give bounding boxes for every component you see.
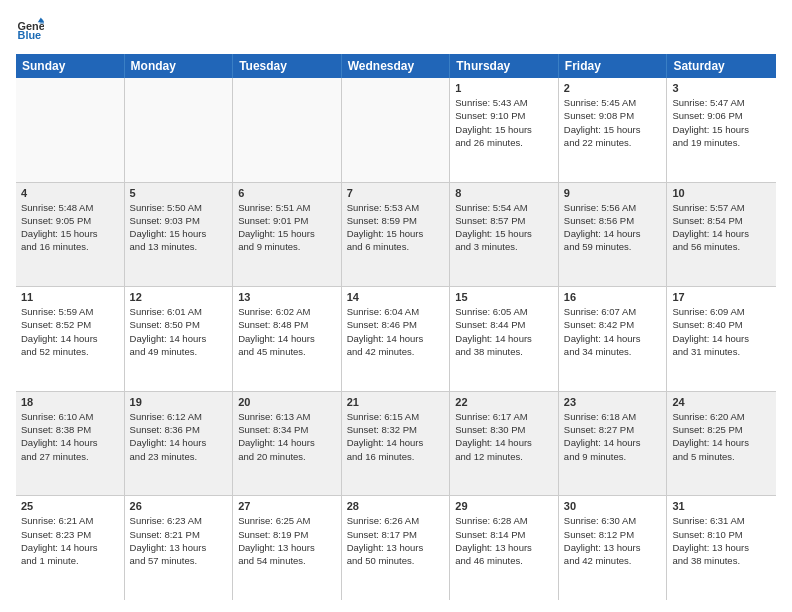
day-number: 3 bbox=[672, 82, 771, 94]
day-number: 8 bbox=[455, 187, 553, 199]
cal-day-empty bbox=[342, 78, 451, 182]
cal-day-9: 9Sunrise: 5:56 AM Sunset: 8:56 PM Daylig… bbox=[559, 183, 668, 287]
day-number: 1 bbox=[455, 82, 553, 94]
day-info: Sunrise: 5:56 AM Sunset: 8:56 PM Dayligh… bbox=[564, 201, 662, 254]
cal-day-26: 26Sunrise: 6:23 AM Sunset: 8:21 PM Dayli… bbox=[125, 496, 234, 600]
day-info: Sunrise: 5:45 AM Sunset: 9:08 PM Dayligh… bbox=[564, 96, 662, 149]
svg-text:Blue: Blue bbox=[18, 29, 42, 41]
cal-day-empty bbox=[125, 78, 234, 182]
cal-day-2: 2Sunrise: 5:45 AM Sunset: 9:08 PM Daylig… bbox=[559, 78, 668, 182]
cal-day-13: 13Sunrise: 6:02 AM Sunset: 8:48 PM Dayli… bbox=[233, 287, 342, 391]
day-info: Sunrise: 5:50 AM Sunset: 9:03 PM Dayligh… bbox=[130, 201, 228, 254]
day-number: 10 bbox=[672, 187, 771, 199]
day-info: Sunrise: 5:57 AM Sunset: 8:54 PM Dayligh… bbox=[672, 201, 771, 254]
cal-day-11: 11Sunrise: 5:59 AM Sunset: 8:52 PM Dayli… bbox=[16, 287, 125, 391]
day-info: Sunrise: 5:51 AM Sunset: 9:01 PM Dayligh… bbox=[238, 201, 336, 254]
cal-day-25: 25Sunrise: 6:21 AM Sunset: 8:23 PM Dayli… bbox=[16, 496, 125, 600]
cal-day-3: 3Sunrise: 5:47 AM Sunset: 9:06 PM Daylig… bbox=[667, 78, 776, 182]
day-number: 30 bbox=[564, 500, 662, 512]
day-info: Sunrise: 5:53 AM Sunset: 8:59 PM Dayligh… bbox=[347, 201, 445, 254]
day-info: Sunrise: 6:26 AM Sunset: 8:17 PM Dayligh… bbox=[347, 514, 445, 567]
cal-day-10: 10Sunrise: 5:57 AM Sunset: 8:54 PM Dayli… bbox=[667, 183, 776, 287]
day-number: 29 bbox=[455, 500, 553, 512]
cal-day-4: 4Sunrise: 5:48 AM Sunset: 9:05 PM Daylig… bbox=[16, 183, 125, 287]
cal-day-20: 20Sunrise: 6:13 AM Sunset: 8:34 PM Dayli… bbox=[233, 392, 342, 496]
day-info: Sunrise: 6:17 AM Sunset: 8:30 PM Dayligh… bbox=[455, 410, 553, 463]
day-number: 15 bbox=[455, 291, 553, 303]
day-number: 4 bbox=[21, 187, 119, 199]
cal-week-3: 18Sunrise: 6:10 AM Sunset: 8:38 PM Dayli… bbox=[16, 392, 776, 497]
day-info: Sunrise: 6:28 AM Sunset: 8:14 PM Dayligh… bbox=[455, 514, 553, 567]
cal-day-15: 15Sunrise: 6:05 AM Sunset: 8:44 PM Dayli… bbox=[450, 287, 559, 391]
cal-day-27: 27Sunrise: 6:25 AM Sunset: 8:19 PM Dayli… bbox=[233, 496, 342, 600]
day-info: Sunrise: 6:21 AM Sunset: 8:23 PM Dayligh… bbox=[21, 514, 119, 567]
day-number: 23 bbox=[564, 396, 662, 408]
day-number: 19 bbox=[130, 396, 228, 408]
day-number: 11 bbox=[21, 291, 119, 303]
day-info: Sunrise: 6:15 AM Sunset: 8:32 PM Dayligh… bbox=[347, 410, 445, 463]
day-info: Sunrise: 6:25 AM Sunset: 8:19 PM Dayligh… bbox=[238, 514, 336, 567]
day-number: 20 bbox=[238, 396, 336, 408]
day-info: Sunrise: 6:30 AM Sunset: 8:12 PM Dayligh… bbox=[564, 514, 662, 567]
day-number: 24 bbox=[672, 396, 771, 408]
cal-header-cell-monday: Monday bbox=[125, 54, 234, 78]
day-info: Sunrise: 5:43 AM Sunset: 9:10 PM Dayligh… bbox=[455, 96, 553, 149]
cal-day-28: 28Sunrise: 6:26 AM Sunset: 8:17 PM Dayli… bbox=[342, 496, 451, 600]
cal-header-cell-friday: Friday bbox=[559, 54, 668, 78]
day-info: Sunrise: 5:54 AM Sunset: 8:57 PM Dayligh… bbox=[455, 201, 553, 254]
cal-header-cell-tuesday: Tuesday bbox=[233, 54, 342, 78]
day-info: Sunrise: 6:02 AM Sunset: 8:48 PM Dayligh… bbox=[238, 305, 336, 358]
page: General Blue SundayMondayTuesdayWednesda… bbox=[0, 0, 792, 612]
cal-day-22: 22Sunrise: 6:17 AM Sunset: 8:30 PM Dayli… bbox=[450, 392, 559, 496]
day-info: Sunrise: 6:01 AM Sunset: 8:50 PM Dayligh… bbox=[130, 305, 228, 358]
day-info: Sunrise: 6:07 AM Sunset: 8:42 PM Dayligh… bbox=[564, 305, 662, 358]
cal-day-7: 7Sunrise: 5:53 AM Sunset: 8:59 PM Daylig… bbox=[342, 183, 451, 287]
day-info: Sunrise: 6:05 AM Sunset: 8:44 PM Dayligh… bbox=[455, 305, 553, 358]
day-number: 25 bbox=[21, 500, 119, 512]
cal-day-24: 24Sunrise: 6:20 AM Sunset: 8:25 PM Dayli… bbox=[667, 392, 776, 496]
day-number: 21 bbox=[347, 396, 445, 408]
day-number: 16 bbox=[564, 291, 662, 303]
cal-day-18: 18Sunrise: 6:10 AM Sunset: 8:38 PM Dayli… bbox=[16, 392, 125, 496]
day-number: 22 bbox=[455, 396, 553, 408]
cal-header-cell-saturday: Saturday bbox=[667, 54, 776, 78]
day-info: Sunrise: 6:04 AM Sunset: 8:46 PM Dayligh… bbox=[347, 305, 445, 358]
cal-header-cell-wednesday: Wednesday bbox=[342, 54, 451, 78]
cal-day-6: 6Sunrise: 5:51 AM Sunset: 9:01 PM Daylig… bbox=[233, 183, 342, 287]
cal-day-empty bbox=[16, 78, 125, 182]
cal-week-0: 1Sunrise: 5:43 AM Sunset: 9:10 PM Daylig… bbox=[16, 78, 776, 183]
cal-week-4: 25Sunrise: 6:21 AM Sunset: 8:23 PM Dayli… bbox=[16, 496, 776, 600]
day-info: Sunrise: 6:12 AM Sunset: 8:36 PM Dayligh… bbox=[130, 410, 228, 463]
day-info: Sunrise: 5:48 AM Sunset: 9:05 PM Dayligh… bbox=[21, 201, 119, 254]
day-info: Sunrise: 6:23 AM Sunset: 8:21 PM Dayligh… bbox=[130, 514, 228, 567]
cal-header-cell-sunday: Sunday bbox=[16, 54, 125, 78]
cal-day-12: 12Sunrise: 6:01 AM Sunset: 8:50 PM Dayli… bbox=[125, 287, 234, 391]
day-number: 31 bbox=[672, 500, 771, 512]
day-info: Sunrise: 6:10 AM Sunset: 8:38 PM Dayligh… bbox=[21, 410, 119, 463]
day-number: 17 bbox=[672, 291, 771, 303]
day-info: Sunrise: 6:20 AM Sunset: 8:25 PM Dayligh… bbox=[672, 410, 771, 463]
day-info: Sunrise: 6:31 AM Sunset: 8:10 PM Dayligh… bbox=[672, 514, 771, 567]
day-info: Sunrise: 6:13 AM Sunset: 8:34 PM Dayligh… bbox=[238, 410, 336, 463]
cal-week-1: 4Sunrise: 5:48 AM Sunset: 9:05 PM Daylig… bbox=[16, 183, 776, 288]
calendar: SundayMondayTuesdayWednesdayThursdayFrid… bbox=[16, 54, 776, 600]
day-number: 14 bbox=[347, 291, 445, 303]
calendar-header: SundayMondayTuesdayWednesdayThursdayFrid… bbox=[16, 54, 776, 78]
cal-week-2: 11Sunrise: 5:59 AM Sunset: 8:52 PM Dayli… bbox=[16, 287, 776, 392]
cal-day-5: 5Sunrise: 5:50 AM Sunset: 9:03 PM Daylig… bbox=[125, 183, 234, 287]
cal-day-14: 14Sunrise: 6:04 AM Sunset: 8:46 PM Dayli… bbox=[342, 287, 451, 391]
cal-header-cell-thursday: Thursday bbox=[450, 54, 559, 78]
day-number: 5 bbox=[130, 187, 228, 199]
cal-day-30: 30Sunrise: 6:30 AM Sunset: 8:12 PM Dayli… bbox=[559, 496, 668, 600]
cal-day-31: 31Sunrise: 6:31 AM Sunset: 8:10 PM Dayli… bbox=[667, 496, 776, 600]
logo-icon: General Blue bbox=[16, 16, 44, 44]
cal-day-21: 21Sunrise: 6:15 AM Sunset: 8:32 PM Dayli… bbox=[342, 392, 451, 496]
logo: General Blue bbox=[16, 16, 48, 44]
day-number: 7 bbox=[347, 187, 445, 199]
day-number: 12 bbox=[130, 291, 228, 303]
day-info: Sunrise: 6:18 AM Sunset: 8:27 PM Dayligh… bbox=[564, 410, 662, 463]
cal-day-empty bbox=[233, 78, 342, 182]
cal-day-23: 23Sunrise: 6:18 AM Sunset: 8:27 PM Dayli… bbox=[559, 392, 668, 496]
cal-day-1: 1Sunrise: 5:43 AM Sunset: 9:10 PM Daylig… bbox=[450, 78, 559, 182]
day-number: 13 bbox=[238, 291, 336, 303]
